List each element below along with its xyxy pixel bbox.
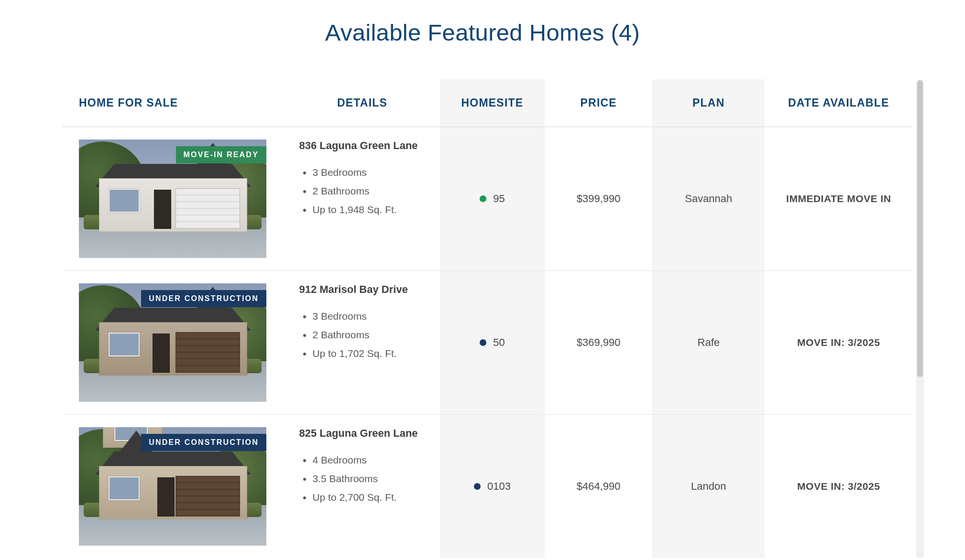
status-dot-icon <box>480 195 486 202</box>
status-badge: UNDER CONSTRUCTION <box>141 290 266 307</box>
plan-link[interactable]: Landon <box>691 480 726 492</box>
status-badge: MOVE-IN READY <box>176 146 267 163</box>
homesite-number: 0103 <box>487 480 511 493</box>
detail-item: Up to 2,700 Sq. Ft. <box>312 488 435 507</box>
date-available: IMMEDIATE MOVE IN <box>786 193 891 204</box>
homes-table-wrap: HOME FOR SALE DETAILS HOMESITE PRICE PLA… <box>62 79 912 558</box>
homesite-value: 0103 <box>474 480 511 493</box>
detail-item: Up to 1,702 Sq. Ft. <box>312 345 435 363</box>
col-header-date[interactable]: DATE AVAILABLE <box>765 79 912 127</box>
home-address[interactable]: 825 Laguna Green Lane <box>299 427 435 440</box>
date-available: MOVE IN: 3/2025 <box>797 337 880 348</box>
detail-item: 2 Bathrooms <box>312 182 435 201</box>
homesite-number: 95 <box>493 193 504 205</box>
price-value: $464,990 <box>577 480 621 492</box>
homes-table: HOME FOR SALE DETAILS HOMESITE PRICE PLA… <box>62 79 912 558</box>
details-list: 3 Bedrooms2 BathroomsUp to 1,948 Sq. Ft. <box>299 163 435 219</box>
detail-item: 3.5 Bathrooms <box>312 470 435 488</box>
home-image[interactable]: UNDER CONSTRUCTION <box>79 427 266 546</box>
price-value: $369,990 <box>577 336 621 348</box>
detail-item: 3 Bedrooms <box>312 307 435 326</box>
detail-item: 3 Bedrooms <box>312 163 435 182</box>
col-header-home[interactable]: HOME FOR SALE <box>62 79 285 127</box>
homesite-value: 50 <box>480 336 504 349</box>
table-row[interactable]: UNDER CONSTRUCTION <box>62 415 912 559</box>
price-value: $399,990 <box>577 193 621 205</box>
plan-link[interactable]: Savannah <box>685 193 732 205</box>
homesite-value: 95 <box>480 193 504 205</box>
col-header-price[interactable]: PRICE <box>545 79 652 127</box>
col-header-homesite[interactable]: HOMESITE <box>440 79 545 127</box>
status-dot-icon <box>480 339 486 346</box>
details-list: 3 Bedrooms2 BathroomsUp to 1,702 Sq. Ft. <box>299 307 435 363</box>
status-badge: UNDER CONSTRUCTION <box>141 434 266 451</box>
home-image[interactable]: MOVE-IN READY <box>79 140 266 258</box>
date-available: MOVE IN: 3/2025 <box>797 481 880 492</box>
detail-item: 4 Bedrooms <box>312 451 435 470</box>
page-title: Available Featured Homes (4) <box>0 19 965 46</box>
homesite-number: 50 <box>493 336 504 349</box>
scrollbar-thumb[interactable] <box>917 80 923 377</box>
home-address[interactable]: 912 Marisol Bay Drive <box>299 283 435 296</box>
home-image[interactable]: UNDER CONSTRUCTION <box>79 283 266 402</box>
plan-link[interactable]: Rafe <box>698 336 720 348</box>
home-address[interactable]: 836 Laguna Green Lane <box>299 140 435 152</box>
table-row[interactable]: MOVE-IN READY 836 <box>62 127 912 271</box>
col-header-details[interactable]: DETAILS <box>285 79 439 127</box>
details-list: 4 Bedrooms3.5 BathroomsUp to 2,700 Sq. F… <box>299 451 435 507</box>
table-row[interactable]: UNDER CONSTRUCTION <box>62 271 912 415</box>
status-dot-icon <box>474 483 481 490</box>
col-header-plan[interactable]: PLAN <box>652 79 765 127</box>
table-header-row: HOME FOR SALE DETAILS HOMESITE PRICE PLA… <box>62 79 912 127</box>
detail-item: 2 Bathrooms <box>312 326 435 345</box>
detail-item: Up to 1,948 Sq. Ft. <box>312 201 435 219</box>
scrollbar[interactable] <box>916 79 924 558</box>
